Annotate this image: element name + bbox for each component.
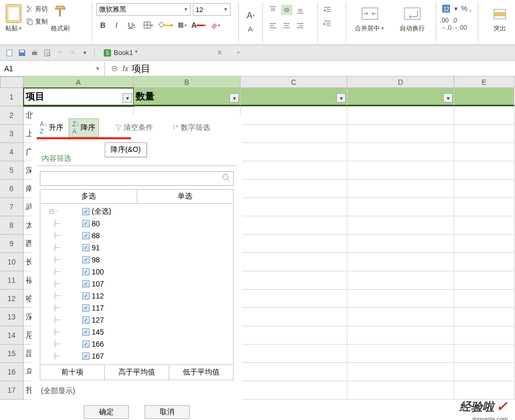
decrease-font-button[interactable]: A- (245, 23, 257, 36)
filter-item[interactable]: ├┈✓145 (40, 326, 233, 338)
workbook-tab[interactable]: S Book1 * ✕ (99, 46, 229, 60)
cell-D1[interactable]: ▾ (347, 88, 454, 106)
cell-E5[interactable] (454, 161, 514, 180)
cell-D9[interactable] (347, 235, 454, 253)
wrap-text-button[interactable]: 自动换行 (393, 3, 432, 40)
row-header-8[interactable]: 8 (0, 216, 24, 235)
cell-D14[interactable] (347, 326, 454, 345)
cell-C2[interactable] (240, 106, 347, 125)
cell-C12[interactable] (240, 290, 347, 308)
align-left-button[interactable] (267, 20, 279, 31)
new-doc-button[interactable] (4, 48, 15, 58)
ok-button[interactable]: 确定 (84, 405, 129, 419)
sort-asc-button[interactable]: A↓Z 升序 (37, 119, 67, 137)
font-name-dropdown[interactable]: 微软雅黑▼ (96, 3, 191, 16)
filter-item[interactable]: ├┈✓100 (40, 266, 233, 278)
zoom-out-icon[interactable]: ⊖ (109, 63, 119, 74)
increase-font-button[interactable]: A+ (245, 9, 257, 22)
cell-C11[interactable] (240, 271, 347, 290)
row-header-12[interactable]: 12 (0, 290, 24, 308)
col-header-A[interactable]: A (24, 76, 134, 88)
formula-value[interactable]: 项目 (132, 62, 150, 75)
row-header-10[interactable]: 10 (0, 253, 24, 271)
checkbox-icon[interactable]: ✓ (82, 244, 90, 251)
filter-item[interactable]: ├┈✓127 (40, 314, 233, 326)
filter-value-list[interactable]: ⊟┈ ✓ (全选) ├┈✓80 ├┈✓88 ├┈✓91 ├┈✓98 ├┈✓100… (40, 205, 234, 365)
cell-E1[interactable] (454, 88, 514, 106)
cell-D17[interactable] (347, 381, 454, 400)
cell-C1[interactable]: ▾ (240, 88, 347, 106)
cell-D5[interactable] (347, 161, 454, 180)
print-button[interactable] (29, 48, 40, 58)
filter-item-all[interactable]: ⊟┈ ✓ (全选) (40, 205, 233, 217)
clear-format-button[interactable]: ▾ (207, 19, 223, 31)
cell-E12[interactable] (454, 290, 514, 308)
cell-E9[interactable] (454, 235, 514, 253)
align-middle-button[interactable] (281, 5, 292, 15)
number-filter-button[interactable]: 数字筛选 (169, 121, 213, 134)
filter-button-C[interactable]: ▾ (336, 93, 346, 103)
filter-item[interactable]: ├┈✓88 (40, 229, 233, 241)
cell-C5[interactable] (240, 161, 347, 180)
number-format-button[interactable]: 12 (441, 3, 451, 14)
cut-button[interactable]: 剪切 (26, 3, 48, 15)
checkbox-icon[interactable]: ✓ (82, 208, 90, 215)
col-header-C[interactable]: C (240, 76, 347, 88)
checkbox-icon[interactable]: ✓ (82, 304, 90, 312)
row-header-4[interactable]: 4 (0, 143, 24, 161)
align-center-button[interactable] (281, 20, 292, 31)
cell-C13[interactable] (240, 308, 347, 326)
cell-D15[interactable] (347, 345, 454, 363)
filter-item[interactable]: ├┈✓91 (40, 241, 233, 253)
copy-button[interactable]: 复制 (26, 16, 48, 27)
decrease-decimal-button[interactable]: .0→.00 (454, 19, 465, 29)
cell-E13[interactable] (454, 308, 514, 326)
cell-E7[interactable] (454, 198, 514, 216)
row-header-3[interactable]: 3 (0, 125, 24, 143)
filter-button-D[interactable]: ▾ (443, 93, 453, 103)
cell-D8[interactable] (347, 216, 454, 235)
underline-button[interactable]: U▾ (124, 19, 139, 31)
filter-search-input[interactable] (40, 171, 234, 186)
filter-item[interactable]: ├┈✓112 (40, 290, 233, 302)
cell-C17[interactable] (240, 381, 347, 400)
row-header-1[interactable]: 1 (0, 88, 24, 106)
print-preview-button[interactable] (42, 48, 52, 58)
cancel-button[interactable]: 取消 (145, 405, 190, 419)
cell-E4[interactable] (454, 143, 514, 161)
cell-A1[interactable]: 项目▾ (24, 88, 134, 106)
multi-select-button[interactable]: 多选 (40, 190, 137, 203)
qat-dropdown[interactable]: ▼ (80, 48, 90, 58)
border-button[interactable]: ▾ (140, 19, 156, 31)
filter-item[interactable]: ├┈✓98 (40, 253, 233, 266)
fx-icon[interactable]: fx (123, 64, 128, 73)
row-header-6[interactable]: 6 (0, 180, 24, 198)
filter-item[interactable]: ├┈✓80 (40, 217, 233, 229)
fill-color-button[interactable]: ▾ (157, 19, 173, 31)
col-header-D[interactable]: D (347, 76, 454, 88)
cell-C3[interactable] (240, 125, 347, 143)
row-header-13[interactable]: 13 (0, 308, 24, 326)
tab-close-button[interactable]: ✕ (215, 48, 225, 58)
checkbox-icon[interactable]: ✓ (82, 316, 90, 324)
cell-D7[interactable] (347, 198, 454, 216)
fill2-button[interactable]: ▾ (174, 19, 190, 31)
italic-button[interactable]: I (110, 19, 123, 31)
checkbox-icon[interactable]: ✓ (82, 220, 90, 227)
cell-D10[interactable] (347, 253, 454, 271)
checkbox-icon[interactable]: ✓ (82, 328, 90, 336)
cell-E8[interactable] (454, 216, 514, 235)
cell-E10[interactable] (454, 253, 514, 271)
cell-C8[interactable] (240, 216, 347, 235)
row-header-2[interactable]: 2 (0, 106, 24, 125)
checkbox-icon[interactable]: ✓ (82, 232, 90, 239)
cell-D12[interactable] (347, 290, 454, 308)
filter-button-B[interactable]: ▾ (229, 93, 239, 103)
select-all-corner[interactable] (0, 76, 24, 88)
font-size-dropdown[interactable]: 12▼ (193, 3, 231, 16)
col-header-B[interactable]: B (134, 76, 240, 88)
filter-button-A[interactable]: ▾ (123, 93, 132, 103)
cell-C15[interactable] (240, 345, 347, 363)
save-button[interactable] (17, 48, 27, 58)
cell-E17[interactable] (454, 381, 514, 400)
